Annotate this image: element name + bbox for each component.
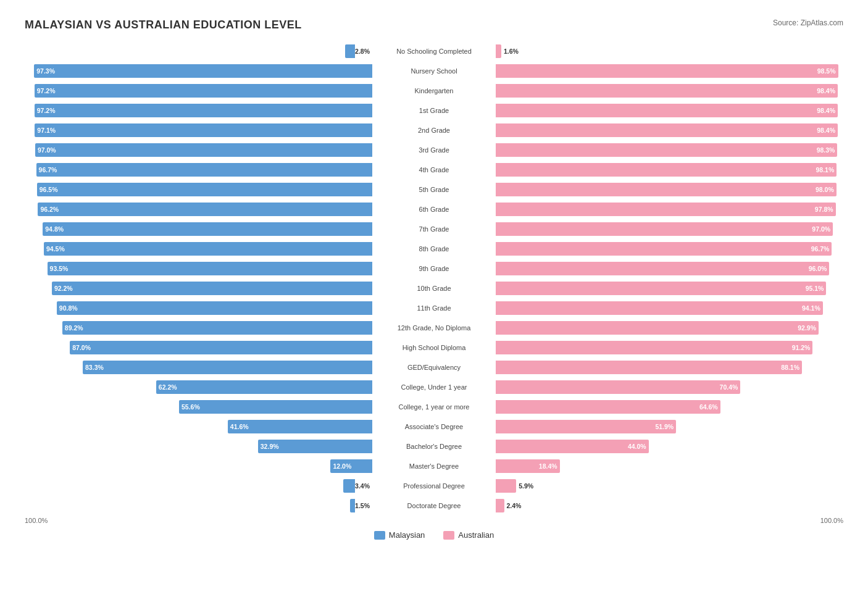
bar-left-wrapper: 89.2% [25, 319, 372, 337]
bar-value-right: 98.3% [817, 146, 835, 154]
bar-row: 32.9%Bachelor's Degree44.0% [25, 438, 843, 455]
bar-row: 87.0%High School Diploma91.2% [25, 339, 843, 356]
legend-swatch-australian [443, 531, 454, 540]
bar-row: 96.5%5th Grade98.0% [25, 181, 843, 198]
bar-value-right: 91.2% [792, 344, 811, 351]
bar-right [496, 44, 501, 58]
bar-right: 97.8% [496, 203, 836, 216]
bar-value-right: 2.4% [507, 502, 522, 509]
bar-left: 92.2% [52, 282, 372, 295]
bar-right-wrapper: 98.4% [496, 102, 843, 119]
bar-right: 98.1% [496, 163, 837, 177]
bar-left-wrapper: 41.6% [25, 418, 372, 435]
bar-right-wrapper: 98.5% [496, 62, 843, 80]
bar-left: 96.7% [36, 163, 372, 177]
bar-value-right: 98.4% [817, 127, 835, 134]
bar-row: 1.5%Doctorate Degree2.4% [25, 497, 843, 514]
bar-left-wrapper: 96.2% [25, 201, 372, 218]
bar-row: 97.2%Kindergarten98.4% [25, 82, 843, 99]
bar-left: 93.5% [48, 262, 372, 275]
bar-value-right: 98.5% [817, 67, 836, 75]
bar-left-wrapper: 12.0% [25, 458, 372, 475]
bar-left: 90.8% [57, 301, 372, 315]
bar-right: 64.6% [496, 400, 720, 414]
legend-item-malaysian: Malaysian [374, 530, 425, 540]
bar-value-left: 94.8% [45, 225, 64, 233]
bar-right: 88.1% [496, 361, 802, 374]
bar-label: Master's Degree [372, 461, 496, 471]
bar-value-right: 64.6% [699, 403, 718, 411]
bar-row: 97.3%Nursery School98.5% [25, 62, 843, 80]
bar-value-right: 98.4% [817, 87, 835, 94]
bar-value-right: 94.1% [802, 304, 820, 312]
bar-row: 41.6%Associate's Degree51.9% [25, 418, 843, 435]
bar-value-right: 98.4% [817, 107, 835, 114]
bar-left: 62.2% [156, 380, 372, 394]
bar-label: High School Diploma [372, 343, 496, 353]
bar-value-left: 97.2% [37, 107, 56, 114]
bar-left: 87.0% [70, 341, 372, 354]
bar-value-right: 92.9% [798, 324, 816, 332]
bar-value-left: 83.3% [85, 364, 104, 371]
bar-right-wrapper: 96.7% [496, 240, 843, 257]
bar-right: 51.9% [496, 420, 676, 433]
bar-row: 94.8%7th Grade97.0% [25, 220, 843, 238]
bar-row: 96.7%4th Grade98.1% [25, 161, 843, 178]
bar-right-wrapper: 88.1% [496, 359, 843, 376]
chart-container: MALAYSIAN VS AUSTRALIAN EDUCATION LEVEL … [12, 12, 856, 558]
bar-right-wrapper: 98.4% [496, 82, 843, 99]
bar-right-wrapper: 98.4% [496, 122, 843, 139]
bar-left-wrapper: 97.2% [25, 102, 372, 119]
bar-right-wrapper: 98.0% [496, 181, 843, 198]
bar-left: 94.5% [44, 242, 372, 256]
bar-label: 5th Grade [372, 185, 496, 194]
bar-left: 89.2% [62, 321, 372, 335]
bar-left-wrapper: 32.9% [25, 438, 372, 455]
bar-label: 6th Grade [372, 204, 496, 214]
legend: Malaysian Australian [25, 530, 843, 540]
bar-value-left: 93.5% [50, 265, 69, 272]
bar-row: 97.1%2nd Grade98.4% [25, 122, 843, 139]
bar-value-left: 97.3% [36, 67, 55, 75]
bar-value-right: 98.0% [816, 186, 834, 193]
bar-label: 4th Grade [372, 165, 496, 175]
bar-label: No Schooling Completed [372, 46, 496, 56]
bar-left-wrapper: 97.1% [25, 122, 372, 139]
bar-right [496, 479, 516, 493]
bar-right: 98.4% [496, 123, 838, 137]
bar-value-left: 96.5% [40, 186, 58, 193]
bar-right-wrapper: 70.4% [496, 378, 843, 396]
bar-label: 2nd Grade [372, 125, 496, 135]
bar-left-wrapper: 97.2% [25, 82, 372, 99]
bar-value-right: 51.9% [655, 423, 674, 430]
bar-label: College, Under 1 year [372, 382, 496, 392]
bar-right-wrapper: 91.2% [496, 339, 843, 356]
legend-swatch-malaysian [374, 531, 385, 540]
bar-left-wrapper: 90.8% [25, 299, 372, 317]
bar-right: 98.4% [496, 104, 838, 117]
bar-left-wrapper: 97.3% [25, 62, 372, 80]
bar-value-right: 96.0% [809, 265, 827, 272]
bar-right-wrapper: 44.0% [496, 438, 843, 455]
bar-value-left: 97.2% [37, 87, 56, 94]
bar-value-right: 96.7% [811, 245, 830, 253]
bar-value-right: 88.1% [781, 364, 799, 371]
bar-label: GED/Equivalency [372, 362, 496, 372]
bar-label: Associate's Degree [372, 422, 496, 432]
bar-left: 94.8% [43, 222, 372, 236]
bar-value-left: 97.0% [38, 146, 56, 154]
bar-left-wrapper: 83.3% [25, 359, 372, 376]
bar-value-left: 2.8% [355, 48, 370, 55]
bar-row: 93.5%9th Grade96.0% [25, 260, 843, 277]
bar-right [496, 499, 504, 512]
bar-value-left: 3.4% [355, 482, 370, 490]
bar-left-wrapper: 94.5% [25, 240, 372, 257]
bar-right: 97.0% [496, 222, 833, 236]
bar-value-left: 97.1% [37, 127, 56, 134]
bar-label: 3rd Grade [372, 145, 496, 155]
bar-value-right: 95.1% [806, 285, 824, 292]
bar-value-left: 41.6% [230, 423, 249, 430]
legend-label-australian: Australian [458, 530, 494, 540]
bar-right: 92.9% [496, 321, 819, 335]
bar-right-wrapper: 51.9% [496, 418, 843, 435]
